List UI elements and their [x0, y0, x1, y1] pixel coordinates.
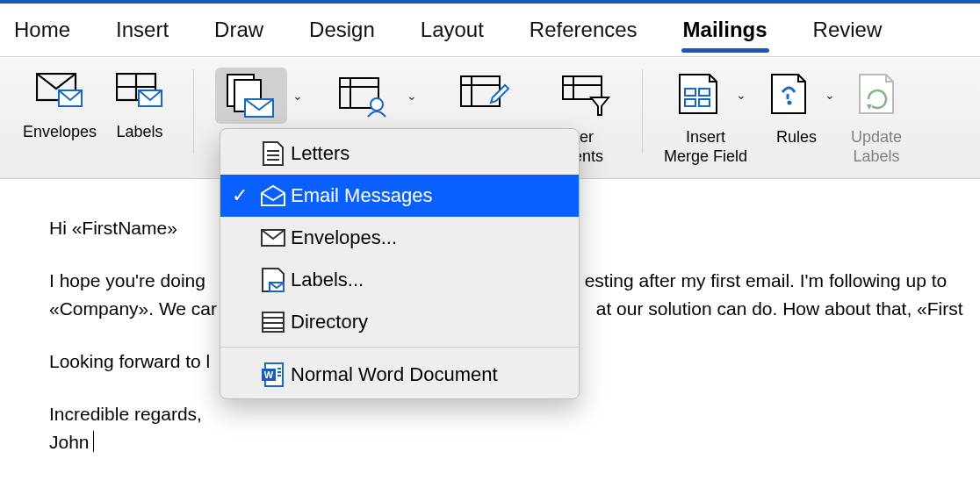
update-labels-button[interactable]: Update Labels [840, 64, 912, 169]
menu-item-label: Envelopes... [291, 226, 397, 249]
menu-item-label: Email Messages [291, 184, 432, 207]
update-labels-icon [854, 73, 898, 117]
tab-draw[interactable]: Draw [207, 14, 270, 51]
check-icon: ✓ [232, 184, 248, 207]
svg-text:W: W [264, 369, 274, 380]
menu-item-letters[interactable]: Letters [220, 133, 579, 175]
start-mail-merge-menu: Letters ✓ Email Messages Envelopes... [220, 128, 580, 399]
envelopes-label: Envelopes [23, 122, 97, 141]
svg-point-12 [371, 98, 383, 111]
menu-item-envelopes[interactable]: Envelopes... [220, 217, 579, 259]
menu-item-label: Letters [291, 142, 349, 165]
svg-rect-16 [563, 76, 602, 99]
menu-item-directory[interactable]: Directory [220, 301, 579, 343]
tab-mailings[interactable]: Mailings [676, 14, 775, 51]
recipients-icon [338, 73, 393, 118]
menu-item-label: Normal Word Document [291, 363, 498, 386]
filter-icon [561, 73, 612, 117]
menu-item-labels[interactable]: Labels... [220, 259, 579, 301]
doc-line: Incredible regards, John [49, 400, 980, 456]
select-recipients-button[interactable]: ⌄ [324, 64, 422, 127]
menu-item-normal-word-document[interactable]: W Normal Word Document [220, 351, 579, 398]
chevron-down-icon: ⌄ [292, 89, 303, 103]
start-mail-merge-icon [224, 73, 278, 118]
tab-home[interactable]: Home [7, 14, 77, 51]
letters-icon [262, 140, 285, 167]
tab-layout[interactable]: Layout [414, 14, 491, 51]
tab-design[interactable]: Design [302, 14, 382, 51]
update-labels-label: Update Labels [851, 127, 902, 166]
insert-merge-field-button[interactable]: ⌄ Insert Merge Field [659, 64, 753, 169]
svg-point-23 [788, 101, 792, 105]
merge-field-icon [674, 73, 722, 117]
envelope-icon [260, 228, 286, 247]
email-open-icon [260, 184, 286, 207]
envelopes-button[interactable]: Envelopes [18, 64, 102, 145]
labels-small-icon [261, 267, 285, 293]
directory-icon [261, 311, 285, 333]
tab-review[interactable]: Review [806, 14, 890, 51]
edit-recipient-list-button[interactable] [445, 64, 524, 126]
menu-item-email-messages[interactable]: ✓ Email Messages [220, 175, 579, 217]
text-caret [93, 431, 94, 452]
start-mail-merge-button[interactable]: ⌄ [210, 64, 308, 127]
tab-insert[interactable]: Insert [109, 14, 176, 51]
labels-button[interactable]: Labels [102, 64, 177, 145]
rules-label: Rules [776, 127, 817, 147]
envelope-icon [36, 73, 83, 111]
ribbon-tabbar: Home Insert Draw Design Layout Reference… [0, 4, 980, 56]
chevron-down-icon: ⌄ [407, 89, 417, 103]
edit-list-icon [459, 73, 510, 117]
menu-item-label: Directory [291, 311, 368, 333]
labels-icon [116, 73, 163, 111]
insert-merge-field-label: Insert Merge Field [664, 127, 747, 166]
tab-references[interactable]: References [522, 14, 645, 51]
chevron-down-icon: ⌄ [825, 88, 835, 102]
chevron-down-icon: ⌄ [736, 88, 746, 102]
labels-label: Labels [117, 122, 163, 141]
menu-item-label: Labels... [291, 269, 364, 291]
rules-button[interactable]: ⌄ Rules [753, 64, 840, 150]
word-doc-icon: W [260, 362, 286, 388]
rules-icon [767, 73, 811, 117]
